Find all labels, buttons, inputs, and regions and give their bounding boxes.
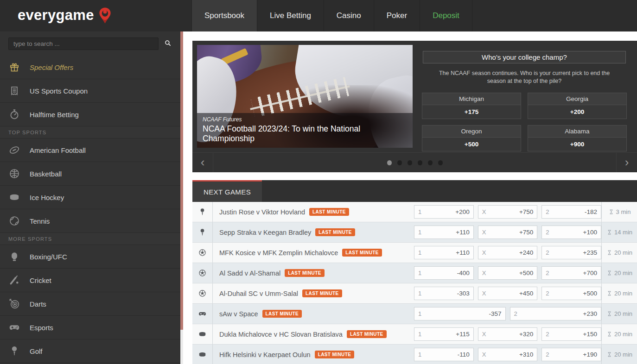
- event-cell: MFK Kosice v MFK Zemplin MichalovceLAST …: [213, 249, 414, 257]
- market-label: X: [482, 351, 486, 358]
- market-label: 2: [546, 229, 549, 236]
- market-label: 2: [546, 351, 549, 358]
- sport-cell: [192, 324, 213, 344]
- odds-box-2[interactable]: 2+190: [541, 348, 601, 361]
- carousel-next-button[interactable]: ›: [616, 153, 637, 172]
- odds-box-2[interactable]: 2+100: [541, 226, 601, 239]
- sidebar-item-boxing-ufc[interactable]: Boxing/UFC: [0, 245, 180, 269]
- odds-box-2[interactable]: 2+230: [510, 307, 602, 320]
- sidebar-item-tennis[interactable]: Tennis: [0, 209, 180, 233]
- promo-team-name: Georgia: [528, 93, 626, 105]
- odds-box-1[interactable]: 1-110: [414, 348, 474, 361]
- odds-box-2[interactable]: 2+235: [541, 246, 601, 259]
- sidebar-item-american-football[interactable]: American Football: [0, 138, 180, 162]
- game-row: Al-Duhail SC v Umm-SalalLAST MINUTE1-303…: [192, 283, 637, 304]
- carousel-dot-1[interactable]: [387, 160, 392, 165]
- sidebar-item-special-offers[interactable]: Special Offers: [0, 56, 180, 79]
- tab-next-games[interactable]: NEXT GAMES: [192, 180, 262, 202]
- sidebar-item-esports[interactable]: Esports: [0, 316, 180, 339]
- odds-box-x[interactable]: X+450: [478, 287, 538, 300]
- event-name[interactable]: sAw v Space: [219, 310, 258, 318]
- nav-tab-sportsbook[interactable]: Sportsbook: [191, 0, 257, 31]
- next-games-section: NEXT GAMES Justin Rose v Viktor HovlandL…: [192, 180, 637, 364]
- sidebar-item-basketball[interactable]: Basketball: [0, 162, 180, 186]
- time-to-start: 20 min: [614, 270, 632, 276]
- market-odds: +230: [583, 310, 597, 317]
- nav-tab-deposit[interactable]: Deposit: [420, 0, 472, 31]
- event-name[interactable]: Hifk Helsinki v Kaerpaet Oulun: [219, 351, 311, 358]
- sidebar-item-halftime-betting[interactable]: Halftime Betting: [0, 103, 180, 126]
- odds-box-x[interactable]: X+320: [478, 327, 538, 341]
- odds-box-x[interactable]: X+750: [478, 205, 538, 219]
- time-cell: 3 min: [601, 202, 637, 222]
- market-odds: +500: [519, 270, 533, 276]
- promo-bet-option-alabama[interactable]: Alabama+900: [528, 125, 627, 151]
- odds-box-x[interactable]: X+750: [478, 226, 538, 239]
- last-minute-badge: LAST MINUTE: [347, 330, 387, 338]
- promo-bet-option-oregon[interactable]: Oregon+500: [422, 125, 521, 151]
- hourglass-icon: [606, 290, 612, 296]
- sidebar-item-golf[interactable]: Golf: [0, 339, 180, 363]
- sidebar-scrollbar: [180, 31, 183, 364]
- sidebar-item-cricket[interactable]: Cricket: [0, 269, 180, 292]
- market-label: 2: [546, 331, 549, 338]
- search-button[interactable]: [160, 37, 175, 50]
- event-name[interactable]: Justin Rose v Viktor Hovland: [219, 208, 305, 216]
- time-to-start: 20 min: [614, 290, 632, 297]
- odds-box-1[interactable]: 1+200: [414, 205, 474, 219]
- odds-box-2[interactable]: 2-182: [541, 205, 601, 219]
- odds-box-1[interactable]: 1+110: [414, 226, 474, 239]
- promo-bet-option-georgia[interactable]: Georgia+200: [528, 93, 627, 119]
- markets-cell: 1-400X+5002+700: [414, 266, 601, 280]
- market-odds: -182: [585, 208, 597, 215]
- nav-tab-poker[interactable]: Poker: [374, 0, 420, 31]
- sidebar-item-us-sports-coupon[interactable]: US Sports Coupon: [0, 79, 180, 103]
- odds-box-1[interactable]: 1-400: [414, 266, 474, 280]
- coupon-icon: [8, 84, 21, 97]
- odds-box-1[interactable]: 1+110: [414, 246, 474, 259]
- game-row: Hifk Helsinki v Kaerpaet OulunLAST MINUT…: [192, 345, 637, 364]
- event-name[interactable]: Al Sadd v Al-Shamal: [219, 270, 280, 277]
- nav-tab-casino[interactable]: Casino: [324, 0, 374, 31]
- odds-box-1[interactable]: 1+115: [414, 327, 474, 341]
- odds-box-x[interactable]: X+500: [478, 266, 538, 280]
- promo-team-name: Alabama: [528, 126, 626, 138]
- odds-box-1[interactable]: 1-303: [414, 287, 474, 300]
- hero-caption: NCAAF Futures NCAA Football 2023/24: To …: [197, 113, 413, 148]
- odds-box-2[interactable]: 2+700: [541, 266, 601, 280]
- odds-box-x[interactable]: X+310: [478, 348, 538, 361]
- event-name[interactable]: Sepp Straka v Keegan Bradley: [219, 229, 311, 236]
- market-odds: +115: [456, 331, 469, 338]
- carousel-prev-button[interactable]: ‹: [192, 153, 213, 172]
- carousel-dot-6[interactable]: [438, 160, 443, 165]
- odds-box-2[interactable]: 2+150: [541, 327, 601, 341]
- nav-tab-live-betting[interactable]: Live Betting: [257, 0, 324, 31]
- event-name[interactable]: Dukla Michalovce v HC Slovan Bratislava: [219, 331, 343, 338]
- sidebar-item-ice-hockey[interactable]: Ice Hockey: [0, 186, 180, 209]
- promo-bet-option-michigan[interactable]: Michigan+175: [422, 93, 521, 119]
- odds-box-x[interactable]: X+240: [478, 246, 538, 259]
- time-to-start: 3 min: [616, 208, 631, 215]
- search-input[interactable]: [8, 38, 159, 50]
- carousel-dot-3[interactable]: [408, 160, 412, 165]
- market-odds: +240: [519, 249, 533, 256]
- sidebar-item-darts[interactable]: Darts: [0, 292, 180, 316]
- sidebar-item-label: American Football: [30, 146, 86, 154]
- odds-box-2[interactable]: 2+500: [541, 287, 601, 300]
- brand-logo[interactable]: everygame: [18, 6, 112, 24]
- carousel-dot-4[interactable]: [418, 160, 422, 165]
- market-odds: +190: [583, 351, 597, 358]
- market-label: 2: [546, 270, 549, 276]
- market-odds: +750: [519, 229, 533, 236]
- carousel-dot-5[interactable]: [428, 160, 433, 165]
- event-name[interactable]: Al-Duhail SC v Umm-Salal: [219, 290, 298, 297]
- hero-banner[interactable]: NCAAF Futures NCAA Football 2023/24: To …: [197, 45, 413, 148]
- game-row: sAw v SpaceLAST MINUTE1-3572+23020 min: [192, 304, 637, 324]
- event-name[interactable]: MFK Kosice v MFK Zemplin Michalovce: [219, 249, 338, 257]
- event-cell: sAw v SpaceLAST MINUTE: [213, 310, 414, 318]
- odds-box-1[interactable]: 1-357: [414, 307, 506, 320]
- sidebar-scrollbar-thumb[interactable]: [180, 31, 183, 330]
- sport-cell: [192, 283, 213, 303]
- sidebar-item-label: Golf: [30, 347, 43, 355]
- carousel-dot-2[interactable]: [397, 160, 402, 165]
